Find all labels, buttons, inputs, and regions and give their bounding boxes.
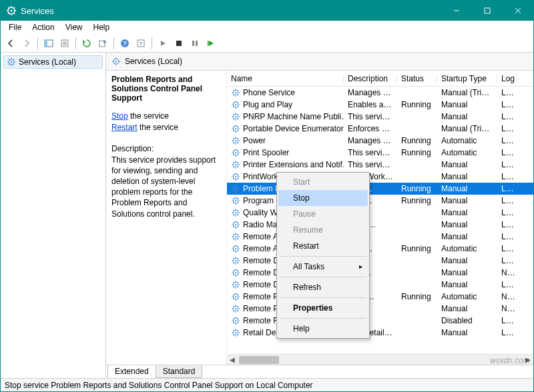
svg-line-235 — [238, 306, 238, 307]
svg-point-237 — [235, 320, 236, 321]
chevron-right-icon: ▸ — [359, 263, 362, 270]
menu-view[interactable]: View — [60, 21, 88, 33]
svg-line-134 — [233, 191, 234, 191]
back-button[interactable] — [3, 36, 18, 51]
menu-help[interactable]: Help — [88, 21, 115, 33]
col-name[interactable]: Name — [227, 72, 344, 85]
table-row[interactable]: PNRP Machine Name Publi…This service …Ma… — [227, 111, 533, 123]
svg-line-113 — [238, 167, 238, 167]
table-row[interactable]: Remote Prows…ManualNet — [227, 303, 533, 315]
stop-link[interactable]: Stop — [111, 111, 128, 121]
table-row[interactable]: Radio ManMana…ManualLoc — [227, 219, 533, 231]
tab-extended[interactable]: Extended — [107, 365, 156, 378]
ctx-start[interactable]: Start — [278, 174, 368, 190]
svg-line-203 — [238, 275, 238, 275]
table-row[interactable]: Quality WiWin…ManualLoc — [227, 207, 533, 219]
table-row[interactable]: Remote Aca co…ManualLoc — [227, 231, 533, 243]
properties-button[interactable] — [57, 36, 72, 51]
minimize-button[interactable] — [441, 1, 472, 21]
cell-logon: Net — [497, 304, 517, 313]
svg-line-53 — [238, 95, 238, 95]
table-row[interactable]: Problem Rvice …RunningManualLoc — [227, 183, 533, 195]
svg-line-37 — [13, 64, 14, 65]
ctx-stop[interactable]: Stop — [278, 190, 368, 206]
tab-standard[interactable]: Standard — [156, 365, 203, 378]
table-row[interactable]: Portable Device Enumerator…Enforces gr…M… — [227, 123, 533, 135]
cell-name: Portable Device Enumerator… — [227, 124, 344, 133]
col-status[interactable]: Status — [397, 72, 437, 85]
restart-link[interactable]: Restart — [111, 123, 138, 132]
ctx-pause[interactable]: Pause — [278, 206, 368, 222]
svg-point-247 — [235, 332, 236, 333]
svg-point-1 — [11, 10, 13, 12]
table-row[interactable]: Retail Demo ServiceThe Retail D…ManualLo… — [227, 327, 533, 339]
table-row[interactable]: Remote Aces di…RunningAutomaticLoc — [227, 243, 533, 255]
cell-description: This service … — [344, 112, 397, 121]
ctx-refresh[interactable]: Refresh — [278, 279, 368, 295]
svg-rect-26 — [176, 41, 182, 46]
ctx-all-tasks[interactable]: All Tasks▸ — [278, 259, 368, 275]
table-row[interactable]: Remote DeDes…ManualLoc — [227, 255, 533, 267]
svg-line-54 — [233, 95, 234, 95]
horizontal-scrollbar[interactable]: ◀▶ — [227, 354, 533, 365]
nav-services-local[interactable]: Services (Local) — [3, 55, 103, 69]
cell-logon: Loc — [497, 112, 517, 121]
col-logon[interactable]: Log — [497, 72, 517, 85]
restart-button[interactable] — [204, 36, 218, 51]
table-row[interactable]: Remote Dehe r…ManualLoc — [227, 279, 533, 291]
refresh-button[interactable] — [79, 36, 94, 51]
table-row[interactable]: Plug and PlayEnables a c…RunningManualLo… — [227, 99, 533, 111]
svg-point-117 — [235, 176, 236, 177]
table-row[interactable]: Print SpoolerThis service …RunningAutoma… — [227, 147, 533, 159]
svg-line-102 — [233, 150, 234, 151]
show-hide-tree-button[interactable] — [41, 36, 56, 51]
forward-button[interactable] — [19, 36, 34, 51]
table-row[interactable]: Remote Rer…DisabledLoc — [227, 315, 533, 327]
menu-file[interactable]: File — [3, 21, 27, 33]
table-row[interactable]: PrintWorkflow_38d40Print Workfl…ManualLo… — [227, 171, 533, 183]
table-row[interactable]: Phone ServiceManages th…Manual (Trig…Loc — [227, 87, 533, 99]
svg-line-92 — [233, 138, 234, 139]
cell-startup: Automatic — [437, 136, 497, 145]
ctx-properties[interactable]: Properties — [278, 300, 368, 316]
help-button[interactable]: ? — [117, 36, 132, 51]
svg-line-85 — [238, 126, 238, 127]
description-label: Description: — [111, 144, 220, 153]
table-row[interactable]: Printer Extensions and Notif…This servic… — [227, 159, 533, 171]
stop-button[interactable] — [172, 36, 186, 51]
svg-point-31 — [11, 61, 12, 63]
table-row[interactable]: Program Cvice …RunningManualLoc — [227, 195, 533, 207]
ctx-resume[interactable]: Resume — [278, 222, 368, 238]
svg-rect-27 — [192, 41, 194, 46]
col-startup[interactable]: Startup Type — [437, 72, 497, 85]
col-description[interactable]: Description — [344, 72, 397, 85]
cell-status: Running — [397, 100, 437, 109]
description-text: This service provides support for viewin… — [111, 155, 220, 219]
maximize-button[interactable] — [472, 1, 503, 21]
svg-line-245 — [238, 318, 238, 319]
ctx-restart[interactable]: Restart — [278, 238, 368, 254]
svg-line-204 — [233, 275, 234, 275]
table-row[interactable]: PowerManages p…RunningAutomaticLoc — [227, 135, 533, 147]
svg-line-202 — [233, 270, 234, 271]
svg-line-93 — [238, 143, 238, 143]
tabs-row: Extended Standard — [106, 365, 533, 378]
cell-logon: Loc — [497, 196, 517, 205]
toolbar: ? ? — [1, 34, 533, 53]
table-row[interactable]: Remote Deuser…ManualNet — [227, 267, 533, 279]
svg-text:?: ? — [123, 40, 127, 47]
menu-action[interactable]: Action — [27, 21, 59, 33]
pause-button[interactable] — [188, 36, 202, 51]
cell-status: Running — [397, 184, 437, 193]
table-row[interactable]: Remote PrCSS …RunningAutomaticNet — [227, 291, 533, 303]
cell-logon: Loc — [497, 100, 517, 109]
close-button[interactable] — [503, 1, 533, 21]
cell-startup: Disabled — [437, 316, 497, 325]
export-button[interactable] — [95, 36, 110, 51]
svg-line-194 — [233, 263, 234, 263]
ctx-help[interactable]: Help — [278, 321, 368, 337]
cell-startup: Manual — [437, 220, 497, 229]
cell-description: This service … — [344, 148, 397, 157]
help-context-button[interactable]: ? — [134, 36, 148, 51]
play-button[interactable] — [156, 36, 170, 51]
